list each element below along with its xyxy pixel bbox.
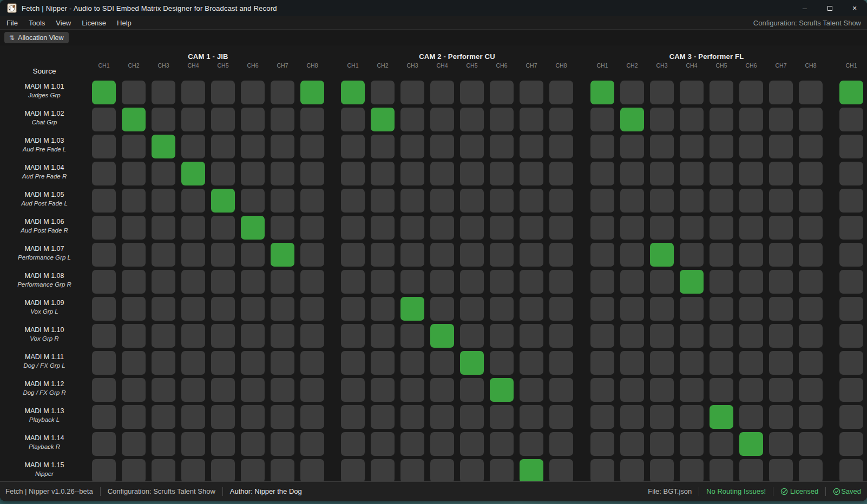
matrix-cell[interactable] (680, 81, 704, 104)
matrix-cell[interactable] (710, 216, 733, 240)
matrix-cell[interactable] (92, 432, 116, 456)
matrix-cell[interactable] (341, 189, 365, 213)
matrix-cell[interactable] (549, 108, 573, 131)
matrix-cell[interactable] (839, 162, 863, 185)
matrix-cell[interactable] (211, 135, 235, 158)
matrix-cell[interactable] (300, 351, 324, 375)
matrix-cell[interactable] (739, 108, 763, 131)
matrix-cell[interactable] (181, 135, 205, 158)
matrix-cell[interactable] (271, 189, 294, 213)
matrix-cell[interactable] (650, 405, 674, 429)
matrix-cell[interactable] (400, 270, 424, 294)
matrix-cell[interactable] (839, 135, 863, 158)
matrix-cell[interactable] (680, 432, 704, 456)
matrix-cell[interactable] (710, 108, 733, 131)
menu-view[interactable]: View (50, 17, 76, 29)
matrix-cell[interactable] (650, 270, 674, 294)
matrix-cell[interactable] (590, 405, 614, 429)
matrix-cell[interactable] (92, 405, 116, 429)
matrix-cell[interactable] (680, 189, 704, 213)
matrix-cell[interactable] (400, 297, 424, 321)
matrix-cell[interactable] (211, 270, 235, 294)
matrix-cell[interactable] (710, 378, 733, 402)
matrix-cell[interactable] (520, 297, 543, 321)
matrix-cell[interactable] (490, 270, 514, 294)
matrix-cell[interactable] (590, 270, 614, 294)
matrix-cell[interactable] (211, 189, 235, 213)
matrix-cell[interactable] (122, 243, 146, 267)
matrix-cell[interactable] (680, 405, 704, 429)
matrix-cell[interactable] (400, 459, 424, 483)
matrix-cell[interactable] (400, 189, 424, 213)
matrix-cell[interactable] (590, 135, 614, 158)
matrix-cell[interactable] (241, 378, 265, 402)
matrix-cell[interactable] (371, 270, 395, 294)
matrix-cell[interactable] (620, 378, 644, 402)
matrix-cell[interactable] (400, 405, 424, 429)
matrix-cell[interactable] (490, 243, 514, 267)
matrix-cell[interactable] (520, 324, 543, 348)
matrix-cell[interactable] (241, 135, 265, 158)
matrix-cell[interactable] (839, 432, 863, 456)
menu-help[interactable]: Help (111, 17, 137, 29)
matrix-cell[interactable] (490, 405, 514, 429)
matrix-cell[interactable] (769, 324, 793, 348)
matrix-cell[interactable] (590, 108, 614, 131)
matrix-cell[interactable] (371, 162, 395, 185)
matrix-cell[interactable] (769, 351, 793, 375)
matrix-cell[interactable] (460, 351, 484, 375)
matrix-cell[interactable] (241, 351, 265, 375)
matrix-cell[interactable] (92, 378, 116, 402)
matrix-cell[interactable] (211, 378, 235, 402)
matrix-cell[interactable] (211, 297, 235, 321)
allocation-view-button[interactable]: ⇅ Allocation View (4, 32, 69, 43)
matrix-cell[interactable] (152, 216, 175, 240)
matrix-cell[interactable] (460, 270, 484, 294)
matrix-cell[interactable] (430, 432, 454, 456)
matrix-cell[interactable] (769, 189, 793, 213)
matrix-cell[interactable] (490, 432, 514, 456)
matrix-cell[interactable] (739, 81, 763, 104)
matrix-cell[interactable] (400, 81, 424, 104)
matrix-cell[interactable] (769, 270, 793, 294)
matrix-cell[interactable] (92, 270, 116, 294)
matrix-cell[interactable] (460, 459, 484, 483)
matrix-cell[interactable] (620, 81, 644, 104)
matrix-cell[interactable] (799, 297, 823, 321)
matrix-cell[interactable] (271, 324, 294, 348)
matrix-cell[interactable] (650, 108, 674, 131)
matrix-cell[interactable] (211, 324, 235, 348)
matrix-cell[interactable] (739, 162, 763, 185)
matrix-cell[interactable] (650, 351, 674, 375)
matrix-cell[interactable] (341, 216, 365, 240)
matrix-cell[interactable] (739, 378, 763, 402)
matrix-cell[interactable] (122, 216, 146, 240)
matrix-cell[interactable] (799, 81, 823, 104)
matrix-cell[interactable] (122, 270, 146, 294)
matrix-cell[interactable] (799, 405, 823, 429)
matrix-cell[interactable] (680, 108, 704, 131)
matrix-cell[interactable] (271, 270, 294, 294)
matrix-cell[interactable] (300, 162, 324, 185)
matrix-cell[interactable] (371, 378, 395, 402)
matrix-cell[interactable] (430, 351, 454, 375)
matrix-cell[interactable] (92, 108, 116, 131)
matrix-cell[interactable] (460, 189, 484, 213)
matrix-cell[interactable] (152, 351, 175, 375)
matrix-cell[interactable] (300, 270, 324, 294)
matrix-cell[interactable] (371, 81, 395, 104)
matrix-cell[interactable] (680, 216, 704, 240)
matrix-cell[interactable] (739, 243, 763, 267)
matrix-cell[interactable] (650, 216, 674, 240)
matrix-cell[interactable] (460, 135, 484, 158)
matrix-cell[interactable] (769, 459, 793, 483)
matrix-cell[interactable] (92, 189, 116, 213)
matrix-cell[interactable] (520, 270, 543, 294)
matrix-cell[interactable] (92, 81, 116, 104)
matrix-cell[interactable] (341, 459, 365, 483)
matrix-cell[interactable] (590, 243, 614, 267)
matrix-cell[interactable] (241, 432, 265, 456)
matrix-cell[interactable] (710, 135, 733, 158)
matrix-cell[interactable] (152, 297, 175, 321)
matrix-cell[interactable] (181, 324, 205, 348)
